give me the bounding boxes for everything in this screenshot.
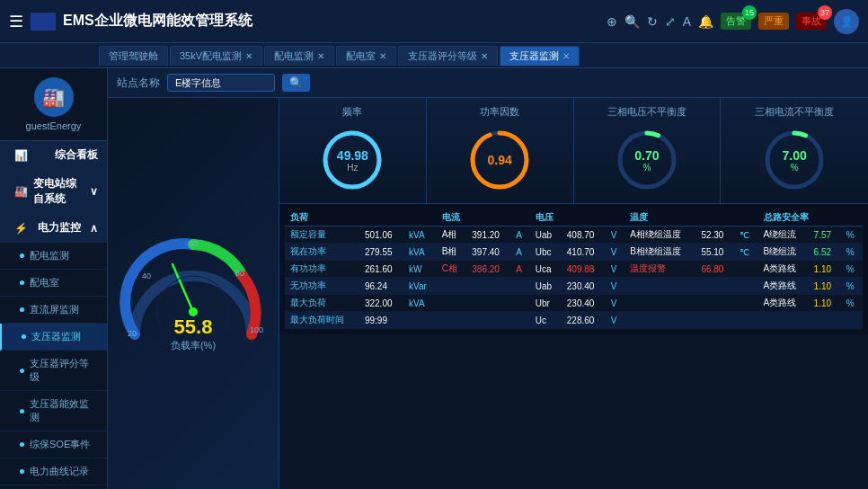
refresh-icon[interactable]: ↻	[647, 14, 658, 29]
col-current: 电流	[437, 209, 530, 227]
accident-count: 37	[818, 5, 832, 20]
col-load: 负荷	[285, 209, 437, 227]
table-row: 有功功率261.60kW C相386.20A Uca409.88V 温度报警66…	[285, 261, 863, 278]
table-header-row: 负荷 电流 电压 温度 总路安全率	[285, 209, 863, 227]
font-icon[interactable]: A	[683, 14, 691, 29]
metric-ci-value: 7.00 %	[783, 148, 807, 173]
metric-frequency-title: 频率	[342, 105, 362, 119]
search-button[interactable]: 🔍	[282, 74, 310, 92]
sidebar-item-power-release[interactable]: 电力报放配表	[0, 485, 107, 489]
dot-icon	[20, 253, 24, 258]
header-icons: ⊕ 🔍 ↻ ⤢ A 🔔 告警 15 严重 事故 37 👤	[607, 9, 859, 34]
data-panel: 负荷 电流 电压 温度 总路安全率 额定容量501.06kVA	[279, 204, 868, 334]
tab-distribution[interactable]: 配电监测✕	[264, 46, 334, 66]
logo-box	[31, 13, 56, 31]
metric-ci-title: 三相电流不平衡度	[755, 105, 834, 119]
dot-icon	[20, 307, 24, 312]
col-voltage: 电压	[530, 209, 625, 227]
globe-icon[interactable]: ⊕	[607, 14, 617, 29]
table-row: 最大负荷322.00kVA Ubr230.40V A类路线1.10%	[285, 295, 863, 312]
sidebar-item-transformer-monitor[interactable]: 支压器监测	[0, 324, 107, 351]
gauge-container: 20 40 60 80 100	[117, 227, 270, 361]
metric-current-imbalance: 三相电流不平衡度 7.00 %	[721, 98, 868, 203]
alarm-count: 15	[742, 5, 757, 20]
user-avatar-icon: 🏭	[34, 77, 74, 117]
search-label: 站点名称	[117, 76, 160, 91]
dot-icon	[20, 469, 24, 474]
svg-text:20: 20	[128, 329, 137, 338]
dashboard: 20 40 60 80 100	[108, 98, 868, 489]
table-row: 最大负荷时间99:99 Uc228.60V	[285, 312, 863, 329]
search-input[interactable]	[167, 74, 275, 92]
metric-pf-title: 功率因数	[480, 105, 519, 119]
sidebar-item-dc-screen[interactable]: 直流屏监测	[0, 297, 107, 324]
gauge-value: 55.8 负载率(%)	[171, 316, 216, 352]
power-icon: ⚡	[14, 222, 28, 235]
gauge-number: 55.8	[171, 316, 216, 339]
dot-icon	[20, 409, 24, 413]
metric-pf-value: 0.94	[488, 153, 512, 167]
menu-icon[interactable]: ☰	[9, 12, 23, 31]
search-bar: 站点名称 🔍	[108, 68, 868, 98]
metric-vi-circle: 0.70 %	[611, 124, 683, 196]
svg-text:100: 100	[250, 325, 263, 334]
sidebar-item-soe-events[interactable]: 综保SOE事件	[0, 431, 107, 458]
metric-ci-circle: 7.00 %	[758, 124, 830, 196]
metric-frequency-circle: 49.98 Hz	[316, 124, 388, 196]
data-table: 负荷 电流 电压 温度 总路安全率 额定容量501.06kVA	[285, 209, 863, 329]
dot-icon	[22, 334, 26, 339]
sidebar-item-distribution-monitor[interactable]: 配电监测	[0, 243, 107, 270]
col-safety: 总路安全率	[758, 209, 863, 227]
metric-vi-value: 0.70 %	[634, 148, 659, 173]
tab-switchroom[interactable]: 配电室✕	[336, 46, 396, 66]
bell-icon[interactable]: 🔔	[698, 14, 713, 29]
tab-bar: 管理驾驶舱 35kV配电监测✕ 配电监测✕ 配电室✕ 支压器评分等级✕ 支压器监…	[0, 43, 868, 68]
dot-icon	[20, 280, 24, 285]
main-layout: 🏭 guestEnergy 📊 综合看板 🏭 变电站综自系统 ∨ ⚡ 电力监控 …	[0, 68, 868, 489]
header: ☰ EMS企业微电网能效管理系统 ⊕ 🔍 ↻ ⤢ A 🔔 告警 15 严重 事故…	[0, 0, 868, 43]
user-area: 🏭 guestEnergy	[0, 68, 107, 141]
avatar[interactable]: 👤	[834, 9, 859, 34]
metric-pf-circle: 0.94	[464, 124, 536, 196]
expand-icon[interactable]: ⤢	[665, 14, 676, 29]
table-row: 视在功率279.55kVA B相397.40A Ubc410.70V B相绕组温…	[285, 244, 863, 261]
sidebar-item-transformer-efficiency[interactable]: 支压器能效监测	[0, 391, 107, 431]
right-panel: 频率 49.98 Hz	[279, 98, 868, 489]
chevron-up-icon: ∧	[90, 222, 98, 235]
tab-35kv[interactable]: 35kV配电监测✕	[170, 46, 262, 66]
tab-transformer-rating[interactable]: 支压器评分等级✕	[398, 46, 498, 66]
sidebar: 🏭 guestEnergy 📊 综合看板 🏭 变电站综自系统 ∨ ⚡ 电力监控 …	[0, 68, 108, 489]
substation-icon: 🏭	[14, 185, 28, 198]
search-icon[interactable]: 🔍	[624, 14, 640, 29]
metric-frequency-value: 49.98 Hz	[337, 148, 368, 173]
user-name: guestEnergy	[9, 120, 98, 131]
table-row: 额定容量501.06kVA A相391.20A Uab408.70V A相绕组温…	[285, 227, 863, 244]
svg-text:60: 60	[189, 239, 198, 248]
gauge-panel: 20 40 60 80 100	[108, 98, 279, 489]
metric-vi-title: 三相电压不平衡度	[607, 105, 686, 119]
svg-text:80: 80	[235, 269, 244, 278]
overview-icon: 📊	[14, 149, 28, 162]
svg-text:40: 40	[142, 271, 151, 280]
metric-voltage-imbalance: 三相电压不平衡度 0.70 %	[574, 98, 722, 203]
tab-transformer-monitor[interactable]: 支压器监测✕	[500, 46, 580, 66]
sidebar-item-power-curve[interactable]: 电力曲线记录	[0, 458, 107, 485]
dot-icon	[20, 369, 24, 373]
sidebar-item-overview[interactable]: 📊 综合看板	[0, 141, 107, 170]
gauge-label: 负载率(%)	[171, 339, 216, 352]
header-title: EMS企业微电网能效管理系统	[63, 12, 607, 31]
chevron-down-icon: ∨	[90, 185, 98, 198]
sidebar-item-switchroom[interactable]: 配电室	[0, 270, 107, 297]
serious-button[interactable]: 严重	[758, 13, 789, 30]
metric-frequency: 频率 49.98 Hz	[279, 98, 427, 203]
metric-power-factor: 功率因数 0.94	[427, 98, 574, 203]
content-area: 站点名称 🔍	[108, 68, 868, 489]
col-temp: 温度	[624, 209, 757, 227]
dot-icon	[20, 442, 24, 447]
sidebar-item-substation[interactable]: 🏭 变电站综自系统 ∨	[0, 170, 107, 214]
sidebar-item-transformer-rating[interactable]: 支压器评分等级	[0, 351, 107, 391]
tab-management[interactable]: 管理驾驶舱	[99, 46, 168, 66]
table-row: 无功功率96.24kVar Uab230.40V A类路线1.10%	[285, 278, 863, 295]
sidebar-item-power-monitor[interactable]: ⚡ 电力监控 ∧	[0, 214, 107, 243]
metrics-row: 频率 49.98 Hz	[279, 98, 868, 204]
